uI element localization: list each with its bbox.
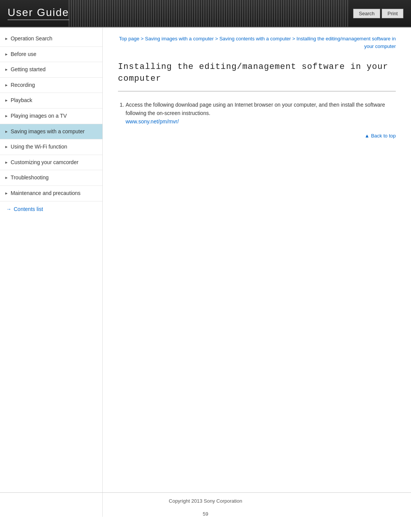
page-header: User Guide Search Print xyxy=(0,0,411,27)
breadcrumb-link[interactable]: Top page > Saving images with a computer… xyxy=(119,36,396,49)
chevron-right-icon: ► xyxy=(5,67,8,72)
footer: Copyright 2013 Sony Corporation xyxy=(0,492,411,509)
sidebar-item-playing-images-on-tv[interactable]: ► Playing images on a TV xyxy=(0,109,102,124)
back-to-top-link[interactable]: ▲ Back to top xyxy=(118,132,396,140)
contents-list-link[interactable]: → Contents list xyxy=(0,201,102,217)
search-button[interactable]: Search xyxy=(353,9,380,18)
content-body: Access the following download page using… xyxy=(118,101,396,140)
sidebar-item-operation-search[interactable]: ► Operation Search xyxy=(0,31,102,47)
sidebar-item-customizing[interactable]: ► Customizing your camcorder xyxy=(0,155,102,171)
breadcrumb: Top page > Saving images with a computer… xyxy=(118,35,396,50)
header-button-group: Search Print xyxy=(353,9,403,18)
chevron-right-icon: ► xyxy=(5,129,8,134)
page-number: 59 xyxy=(0,507,411,521)
sidebar-item-saving-images[interactable]: ► Saving images with a computer xyxy=(0,124,102,140)
download-link[interactable]: www.sony.net/pm/mvr/ xyxy=(126,118,179,125)
chevron-right-icon: ► xyxy=(5,83,8,88)
main-layout: ► Operation Search ► Before use ► Gettin… xyxy=(0,27,411,517)
sidebar-item-getting-started[interactable]: ► Getting started xyxy=(0,62,102,78)
chevron-right-icon: ► xyxy=(5,160,8,165)
app-title: User Guide xyxy=(8,6,69,20)
steps-list: Access the following download page using… xyxy=(118,101,396,126)
chevron-right-icon: ► xyxy=(5,113,8,119)
chevron-right-icon: ► xyxy=(5,175,8,181)
sidebar-item-wifi[interactable]: ► Using the Wi-Fi function xyxy=(0,139,102,155)
chevron-right-icon: ► xyxy=(5,36,8,42)
chevron-right-icon: ► xyxy=(5,144,8,150)
sidebar-item-maintenance[interactable]: ► Maintenance and precautions xyxy=(0,186,102,201)
sidebar: ► Operation Search ► Before use ► Gettin… xyxy=(0,27,103,517)
sidebar-item-troubleshooting[interactable]: ► Troubleshooting xyxy=(0,170,102,186)
print-button[interactable]: Print xyxy=(382,9,403,18)
chevron-right-icon: ► xyxy=(5,191,8,196)
sidebar-item-before-use[interactable]: ► Before use xyxy=(0,47,102,62)
chevron-right-icon: ► xyxy=(5,98,8,103)
page-title: Installing the editing/management softwa… xyxy=(118,61,396,91)
arrow-right-icon: → xyxy=(6,206,11,212)
list-item: Access the following download page using… xyxy=(126,101,396,126)
sidebar-item-recording[interactable]: ► Recording xyxy=(0,78,102,93)
triangle-up-icon: ▲ xyxy=(365,132,370,140)
main-content: Top page > Saving images with a computer… xyxy=(103,27,411,517)
header-decoration xyxy=(68,0,358,27)
sidebar-item-playback[interactable]: ► Playback xyxy=(0,93,102,109)
chevron-right-icon: ► xyxy=(5,52,8,57)
